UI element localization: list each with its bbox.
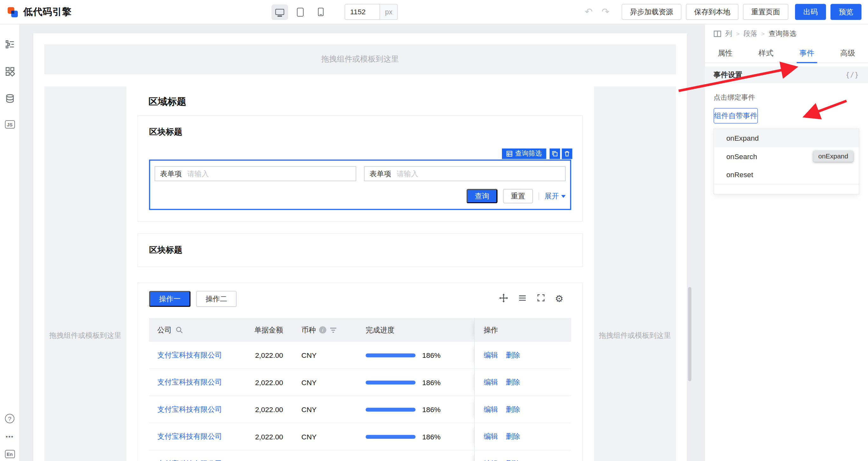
component-icon (714, 30, 721, 37)
trash-icon (564, 151, 570, 157)
component-events-button[interactable]: 组件自带事件 (714, 108, 758, 123)
fullscreen-frame-icon[interactable] (536, 294, 545, 304)
table-block-title-card: 区块标题 (137, 233, 583, 267)
async-load-resources-button[interactable]: 异步加载资源 (622, 4, 681, 20)
tab-events[interactable]: 事件 (786, 43, 827, 63)
currency-cell: CNY (295, 405, 359, 413)
delete-link[interactable]: 删除 (506, 431, 520, 441)
event-option-onexpand[interactable]: onExpand (714, 129, 859, 148)
table-settings-icons: ⚙ (499, 294, 563, 305)
filter-actions-row: 查询 重置 展开 (155, 189, 566, 203)
app-title: 低代码引擎 (23, 5, 72, 18)
drop-zone-right[interactable]: 拖拽组件或模板到这里 (594, 86, 676, 461)
reset-button[interactable]: 重置 (503, 189, 533, 203)
data-table: 公司 单据金额 币种 i (149, 318, 571, 461)
device-and-size-controls: px (272, 4, 398, 20)
edit-link[interactable]: 编辑 (484, 377, 498, 387)
event-settings-header: 事件设置 {/} (705, 66, 868, 83)
mobile-device-button[interactable] (312, 4, 329, 20)
filter-fields-row: 表单项 请输入 表单项 请输入 (155, 166, 566, 181)
company-link[interactable]: 支付宝科技有限公司 (157, 377, 222, 387)
canvas-scrollbar[interactable] (688, 287, 691, 381)
breadcrumb-query-filter[interactable]: 查询筛选 (769, 29, 796, 39)
edit-link[interactable]: 编辑 (484, 431, 498, 441)
canvas-width-unit: px (380, 4, 398, 20)
tab-style[interactable]: 样式 (745, 43, 786, 63)
filter-icon[interactable] (330, 327, 337, 333)
help-icon[interactable]: ? (5, 414, 14, 424)
progress-label: 186% (422, 378, 441, 387)
row-density-icon[interactable] (518, 294, 527, 305)
table-header-row: 公司 单据金额 币种 i (149, 318, 571, 342)
breadcrumb-paragraph[interactable]: 段落 (744, 29, 757, 39)
caret-down-icon (561, 195, 566, 197)
progress-label: 186% (422, 459, 441, 461)
drop-zone-top[interactable]: 拖拽组件或模板到这里 (44, 44, 676, 74)
delete-link[interactable]: 删除 (506, 377, 520, 387)
delete-link[interactable]: 删除 (506, 350, 520, 360)
header-currency[interactable]: 币种 i (295, 325, 359, 335)
desktop-icon (275, 9, 284, 15)
desktop-device-button[interactable] (272, 4, 288, 20)
form-field-2[interactable]: 表单项 请输入 (364, 166, 565, 181)
canvas-width-input[interactable] (344, 4, 380, 20)
progress-bar (366, 435, 415, 438)
info-icon[interactable]: i (319, 327, 327, 334)
left-toolbar: JS ? ••• En (0, 25, 20, 461)
expand-toggle[interactable]: 展开 (545, 191, 565, 201)
header-company-label: 公司 (157, 325, 172, 335)
dropdown-footer (714, 184, 859, 194)
export-code-button[interactable]: 出码 (795, 4, 826, 20)
outline-tree-icon[interactable] (4, 39, 15, 50)
company-link[interactable]: 支付宝科技有限公司 (157, 404, 222, 414)
preview-button[interactable]: 预览 (831, 4, 862, 20)
header-company[interactable]: 公司 (149, 325, 247, 335)
drag-move-icon[interactable] (499, 294, 508, 305)
delete-link[interactable]: 删除 (506, 459, 520, 461)
form-field-1[interactable]: 表单项 请输入 (155, 166, 356, 181)
selected-component[interactable]: 查询筛选 (149, 160, 571, 210)
reset-page-button[interactable]: 重置页面 (743, 4, 788, 20)
edit-link[interactable]: 编辑 (484, 350, 498, 360)
filter-block-card: 区块标题 查询筛选 (137, 115, 583, 222)
table-settings-gear-icon[interactable]: ⚙ (555, 294, 563, 304)
chevron-right-icon: > (736, 30, 739, 37)
company-link[interactable]: 支付宝科技有限公司 (157, 350, 222, 360)
region-title: 区域标题 (149, 95, 572, 108)
currency-cell: CNY (295, 351, 359, 359)
edit-link[interactable]: 编辑 (484, 459, 498, 461)
currency-cell: CNY (295, 432, 359, 441)
amount-cell: 2,022.00 (247, 459, 295, 461)
device-switcher (272, 4, 329, 20)
event-option-onreset[interactable]: onReset (714, 166, 859, 184)
delete-link[interactable]: 删除 (506, 404, 520, 414)
locale-icon[interactable]: En (5, 450, 14, 458)
company-link[interactable]: 支付宝科技有限公司 (157, 459, 222, 461)
js-panel-icon[interactable]: JS (5, 120, 14, 129)
action-one-button[interactable]: 操作一 (149, 291, 190, 307)
search-button[interactable]: 查询 (466, 189, 497, 203)
company-link[interactable]: 支付宝科技有限公司 (157, 431, 222, 441)
code-view-icon[interactable]: {/} (845, 71, 859, 79)
components-icon[interactable] (4, 66, 15, 77)
redo-icon[interactable]: ↷ (599, 7, 612, 17)
copy-component-button[interactable] (550, 149, 560, 159)
edit-link[interactable]: 编辑 (484, 404, 498, 414)
delete-component-button[interactable] (562, 149, 572, 159)
breadcrumb-column[interactable]: 列 (725, 29, 732, 39)
save-local-button[interactable]: 保存到本地 (686, 4, 739, 20)
progress-label: 186% (422, 432, 441, 441)
tablet-device-button[interactable] (292, 4, 309, 20)
amount-cell: 2,022.00 (247, 378, 295, 387)
tab-advanced[interactable]: 高级 (827, 43, 868, 63)
topbar: 低代码引擎 px ↶ ↷ 异步加载资源 保存 (0, 0, 868, 25)
selection-tag-label: 查询筛选 (515, 149, 542, 158)
more-icon[interactable]: ••• (6, 433, 14, 440)
query-filter-component[interactable]: 表单项 请输入 表单项 请输入 查询 (149, 160, 571, 210)
action-two-button[interactable]: 操作二 (196, 291, 237, 307)
undo-icon[interactable]: ↶ (583, 7, 595, 17)
drop-zone-left[interactable]: 拖拽组件或模板到这里 (44, 86, 126, 461)
datasource-icon[interactable] (4, 93, 15, 104)
tab-props[interactable]: 属性 (705, 43, 746, 63)
search-icon[interactable] (176, 327, 183, 334)
